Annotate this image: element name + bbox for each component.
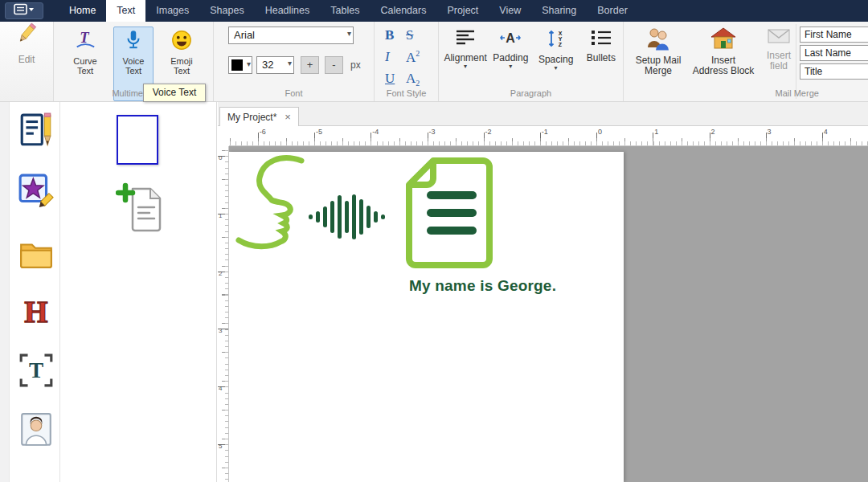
insert-field-button[interactable]: Insert field [760, 27, 797, 71]
document-graphic[interactable] [404, 156, 494, 270]
add-page-button[interactable] [116, 182, 166, 235]
pages-panel [61, 102, 217, 482]
text-frame-icon: T [18, 352, 55, 389]
italic-button[interactable]: I [385, 49, 406, 67]
paragraph-group-label: Paragraph [439, 88, 623, 98]
svg-text:A: A [506, 31, 516, 45]
underline-button[interactable]: U [385, 71, 406, 88]
ruler-v-label: 0 [219, 154, 222, 161]
menu-tab-text[interactable]: Text [106, 0, 145, 22]
font-style-group-label: Font Style [375, 88, 438, 98]
speaking-face-graphic[interactable] [231, 153, 321, 255]
padding-label: Padding [489, 52, 532, 63]
ruler-v-label: 3 [219, 327, 222, 334]
document-tab-label: My Project* [227, 112, 276, 123]
padding-icon: A [500, 30, 521, 49]
sidebar-item-text-frame[interactable]: T [18, 352, 55, 389]
menu-tab-border[interactable]: Border [587, 0, 638, 22]
merge-field-title[interactable]: Title [800, 63, 868, 80]
ruler-v-label: 5 [219, 443, 222, 450]
merge-field-last-name[interactable]: Last Name [800, 45, 868, 61]
ruler-h-label: 0 [598, 128, 602, 136]
edit-pencil-icon [14, 35, 39, 48]
chevron-down-icon: ▾ [444, 63, 487, 70]
sidebar-item-headlines[interactable]: H [18, 293, 55, 330]
add-page-icon [116, 182, 166, 235]
menu-tabs: HomeTextImagesShapesHeadlinesTablesCalen… [59, 0, 638, 22]
menu-bar: HomeTextImagesShapesHeadlinesTablesCalen… [0, 0, 868, 22]
menu-tab-tables[interactable]: Tables [320, 0, 370, 22]
menu-tab-project[interactable]: Project [436, 0, 489, 22]
menu-tab-sharing[interactable]: Sharing [531, 0, 587, 22]
menu-tab-home[interactable]: Home [59, 0, 106, 22]
paragraph-group: Alignment ▾ A Padding ▾ XYZ [438, 22, 623, 101]
insert-address-block-button[interactable]: Insert Address Block [688, 27, 759, 76]
spacing-icon: XYZ [546, 30, 567, 49]
menu-tab-headlines[interactable]: Headlines [255, 0, 321, 22]
sidebar-item-compose-document[interactable] [18, 112, 55, 149]
edit-button[interactable]: Edit [0, 22, 53, 101]
folder-icon [18, 235, 55, 272]
sidebar-item-folder[interactable] [18, 235, 55, 272]
waveform-bar [323, 206, 327, 227]
chevron-down-icon: ▾ [489, 63, 532, 70]
two-people-icon [645, 39, 672, 53]
font-group: Arial ▾ ▾ 32 ▾ + - px Font [213, 22, 374, 101]
font-style-group: B S I A2 U A2 Font Style [374, 22, 438, 101]
chevron-down-icon: ▾ [288, 59, 292, 67]
ruler-v-label: 4 [219, 385, 222, 392]
sidebar-gutter [0, 102, 10, 482]
page-thumbnail[interactable] [117, 115, 158, 165]
waveform-bar [309, 214, 313, 219]
setup-mail-merge-label2: Merge [645, 65, 672, 76]
font-size-combo[interactable]: 32 ▾ [256, 56, 294, 74]
ruler-h-label: 1 [654, 128, 658, 136]
ruler-h-label: -3 [428, 128, 435, 136]
shapes-editor-icon [18, 173, 55, 210]
menu-tab-images[interactable]: Images [145, 0, 199, 22]
sidebar-item-shapes[interactable] [18, 173, 55, 210]
superscript-button[interactable]: A2 [406, 49, 430, 67]
document-tab[interactable]: My Project* × [219, 107, 299, 126]
waveform-graphic[interactable] [309, 194, 385, 240]
subscript-button[interactable]: A2 [406, 71, 430, 88]
ruler-corner [218, 125, 229, 146]
merge-field-first-name[interactable]: First Name [800, 27, 868, 43]
app-menu-button[interactable] [5, 2, 43, 19]
ruler-v-label: 2 [219, 270, 222, 277]
edit-label: Edit [0, 54, 53, 65]
close-icon[interactable]: × [285, 111, 291, 123]
waveform-bar [330, 201, 334, 233]
font-size-increase-button[interactable]: + [301, 56, 319, 74]
subscript-mark: 2 [416, 79, 420, 88]
font-group-label: Font [214, 88, 374, 98]
menu-tab-shapes[interactable]: Shapes [199, 0, 254, 22]
font-size-value: 32 [262, 59, 273, 71]
chevron-down-icon: ▾ [347, 29, 351, 38]
house-icon [710, 39, 737, 53]
alignment-icon [456, 30, 475, 49]
curve-text-label: Curve [73, 56, 96, 66]
strikethrough-button[interactable]: S [406, 27, 430, 45]
font-color-button[interactable]: ▾ [228, 56, 252, 74]
waveform-bar [316, 211, 320, 223]
document-page[interactable]: My name is George. [229, 152, 624, 482]
bullets-icon [591, 30, 612, 49]
menu-tab-view[interactable]: View [489, 0, 531, 22]
canvas-text[interactable]: My name is George. [409, 277, 556, 295]
sidebar-item-photo[interactable] [18, 411, 55, 448]
bold-button[interactable]: B [385, 27, 406, 45]
font-size-decrease-button[interactable]: - [325, 56, 343, 74]
ribbon: Edit T Curve Text Voice [0, 22, 868, 102]
ruler-h-label: -1 [542, 128, 548, 136]
waveform-bar [352, 194, 356, 239]
insert-address-block-label2: Address Block [693, 65, 755, 76]
svg-text:Z: Z [558, 42, 562, 47]
menu-tab-calendars[interactable]: Calendars [370, 0, 436, 22]
mail-merge-group-label: Mail Merge [775, 88, 818, 98]
envelope-icon [767, 35, 791, 48]
photo-person-icon [18, 411, 55, 448]
svg-text:X: X [558, 31, 562, 36]
font-family-combo[interactable]: Arial ▾ [228, 27, 354, 44]
setup-mail-merge-button[interactable]: Setup Mail Merge [633, 27, 683, 76]
